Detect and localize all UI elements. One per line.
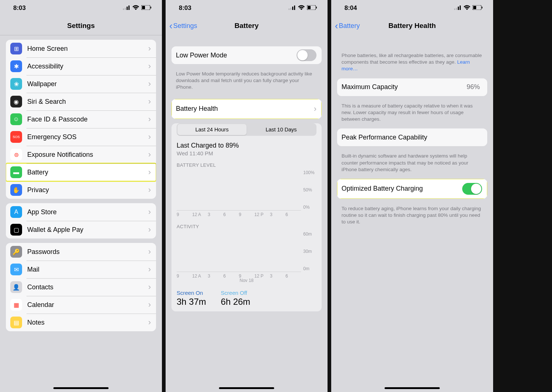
last-charged-sub: Wed 11:40 PM [177, 150, 316, 156]
svg-rect-0 [123, 8, 124, 10]
battery-health-row[interactable]: Battery Health › [171, 99, 322, 119]
home-indicator[interactable] [219, 387, 274, 389]
row-label: Home Screen [27, 45, 148, 53]
signal-icon [454, 4, 461, 12]
settings-row-wallpaper[interactable]: ❀Wallpaper› [6, 75, 156, 93]
max-capacity-row[interactable]: Maximum Capacity 96% [337, 78, 487, 96]
app-store-icon: A [10, 206, 22, 218]
siri-search-icon: ◉ [10, 96, 22, 107]
x-tick: 6 [286, 273, 301, 279]
intro-text: Phone batteries, like all rechargeable b… [331, 50, 493, 74]
settings-row-calendar[interactable]: ▦Calendar› [6, 296, 156, 314]
svg-rect-1 [125, 8, 126, 10]
row-label: Exposure Notifications [27, 151, 148, 159]
settings-row-contacts[interactable]: 👤Contacts› [6, 278, 156, 296]
status-icons [289, 4, 317, 12]
passwords-icon: 🔑 [10, 246, 22, 258]
time-range-segmented[interactable]: Last 24 Hours Last 10 Days [177, 123, 316, 136]
svg-rect-14 [454, 8, 455, 10]
back-button[interactable]: ‹ Settings [169, 21, 197, 31]
wifi-icon [298, 4, 305, 12]
home-indicator[interactable] [385, 387, 440, 389]
battery-level-chart: 100%50%0% [177, 170, 316, 211]
settings-row-battery[interactable]: ▬Battery› [6, 163, 156, 181]
optimized-charging-group: Optimized Battery Charging [337, 179, 487, 199]
x-tick: 9 [177, 273, 192, 279]
battery-level-title: BATTERY LEVEL [177, 162, 316, 168]
row-label: Battery [27, 169, 148, 176]
row-label: Privacy [27, 186, 148, 194]
settings-row-exposure-notifications[interactable]: ⊚Exposure Notifications› [6, 146, 156, 163]
row-label: Contacts [27, 283, 148, 291]
low-power-mode-row[interactable]: Low Power Mode [171, 46, 322, 64]
exposure-notifications-icon: ⊚ [10, 149, 22, 160]
page-title: Settings [0, 22, 162, 30]
nav-header: ‹ Battery Battery Health [331, 16, 493, 35]
x-tick: 6 [223, 273, 239, 279]
optimized-charging-label: Optimized Battery Charging [342, 185, 462, 193]
row-label: Notes [27, 319, 148, 326]
low-power-toggle[interactable] [297, 49, 316, 61]
settings-row-app-store[interactable]: AApp Store› [6, 203, 156, 221]
seg-last-24h[interactable]: Last 24 Hours [177, 124, 247, 135]
wallpaper-icon: ❀ [10, 78, 22, 90]
settings-row-passwords[interactable]: 🔑Passwords› [6, 243, 156, 261]
y-tick: 30m [303, 249, 316, 254]
x-tick: 12 P [254, 273, 270, 279]
home-indicator[interactable] [53, 387, 109, 389]
svg-rect-8 [290, 8, 291, 10]
chevron-right-icon: › [148, 150, 151, 159]
nav-header: ‹ Settings Battery [166, 16, 328, 35]
settings-row-face-id-passcode[interactable]: ☺Face ID & Passcode› [6, 110, 156, 128]
x-tick: 3 [270, 212, 286, 217]
row-label: Calendar [27, 301, 148, 309]
settings-row-mail[interactable]: ✉Mail› [6, 261, 156, 278]
signal-icon [289, 4, 296, 12]
screen-off-stat: Screen Off 6h 26m [221, 290, 250, 307]
wallet-apple-pay-icon: ▢ [10, 224, 22, 236]
activity-title: ACTIVITY [177, 224, 316, 229]
battery-usage-card: Last 24 Hours Last 10 Days Last Charged … [171, 123, 322, 311]
settings-row-home-screen[interactable]: ⊞Home Screen› [6, 40, 156, 57]
settings-row-notes[interactable]: ▤Notes› [6, 314, 156, 331]
emergency-sos-icon: SOS [10, 131, 22, 143]
x-tick: 6 [286, 212, 301, 217]
svg-rect-10 [294, 6, 295, 10]
x-tick: 9 [239, 212, 254, 217]
y-tick: 50% [303, 187, 316, 193]
row-label: App Store [27, 208, 148, 216]
chevron-right-icon: › [148, 207, 151, 217]
svg-rect-7 [289, 8, 290, 10]
status-bar: 8:04 [331, 0, 493, 16]
optimized-charging-row[interactable]: Optimized Battery Charging [337, 179, 487, 199]
seg-last-10d[interactable]: Last 10 Days [247, 124, 316, 135]
peak-perf-row[interactable]: Peak Performance Capability [337, 128, 487, 146]
settings-row-siri-search[interactable]: ◉Siri & Search› [6, 93, 156, 110]
max-capacity-group: Maximum Capacity 96% [337, 78, 487, 96]
peak-perf-footer: Built-in dynamic software and hardware s… [331, 151, 493, 174]
status-time: 8:03 [179, 4, 191, 12]
signal-icon [123, 4, 130, 12]
peak-perf-label: Peak Performance Capability [342, 134, 482, 141]
back-button[interactable]: ‹ Battery [335, 21, 360, 31]
chevron-right-icon: › [148, 247, 151, 257]
screen-time-stats: Screen On 3h 37m Screen Off 6h 26m [171, 286, 322, 307]
battery-icon [473, 4, 483, 12]
settings-row-wallet-apple-pay[interactable]: ▢Wallet & Apple Pay› [6, 221, 156, 239]
settings-row-accessibility[interactable]: ✱Accessibility› [6, 57, 156, 75]
wifi-icon [464, 4, 470, 12]
chevron-right-icon: › [314, 104, 316, 114]
chart-date: Nov 18 [177, 278, 316, 283]
svg-rect-12 [308, 6, 311, 9]
contacts-icon: 👤 [10, 281, 22, 293]
low-power-footer: Low Power Mode temporarily reduces backg… [166, 68, 328, 92]
max-capacity-value: 96% [467, 83, 480, 91]
row-label: Wallpaper [27, 80, 148, 88]
chevron-right-icon: › [148, 300, 151, 310]
battery-health-label: Battery Health [176, 105, 314, 113]
optimized-charging-toggle[interactable] [462, 183, 482, 195]
calendar-icon: ▦ [10, 299, 22, 311]
status-icons [454, 4, 483, 12]
settings-row-emergency-sos[interactable]: SOSEmergency SOS› [6, 128, 156, 146]
settings-row-privacy[interactable]: ✋Privacy› [6, 181, 156, 199]
